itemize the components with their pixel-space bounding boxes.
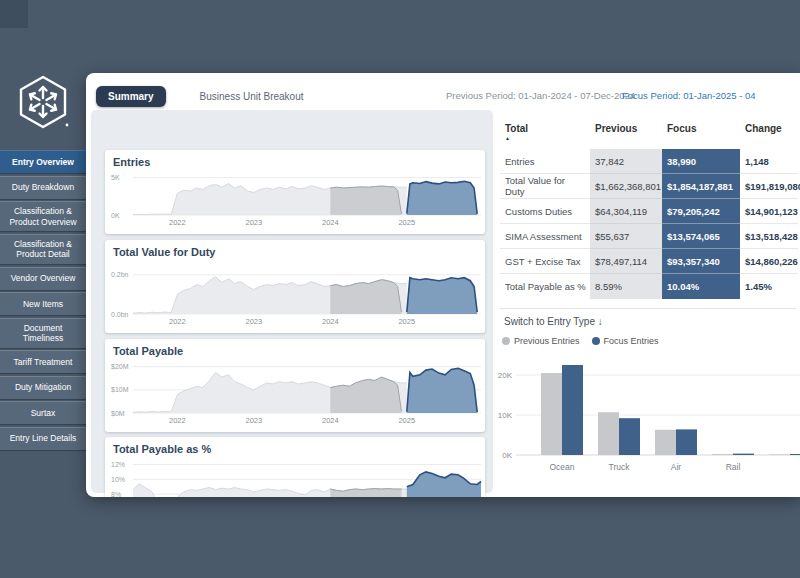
sidebar: Entry OverviewDuty BreakdownClassificati…: [0, 0, 86, 578]
svg-text:2023: 2023: [246, 416, 263, 425]
chart-title: Entries: [113, 156, 481, 168]
svg-text:2024: 2024: [322, 317, 339, 326]
sidebar-item-classification-product-overview[interactable]: Classification & Product Overview: [0, 201, 86, 231]
sidebar-item-surtax[interactable]: Surtax: [0, 401, 86, 424]
table-cell-entries-change[interactable]: 1,148: [740, 149, 798, 174]
previous-entries-dot-icon: [502, 337, 510, 345]
entry-type-bar-chart[interactable]: 0K10K20KOceanTruckAirRail: [496, 353, 800, 475]
summary-table: Total▲PreviousFocusChangeEntries37,84238…: [500, 119, 798, 299]
svg-text:20K: 20K: [498, 371, 513, 380]
table-cell-total-payable-as-total[interactable]: Total Payable as %: [500, 274, 590, 299]
table-cell-entries-focus[interactable]: 38,990: [662, 149, 740, 174]
app-logo: [15, 74, 71, 130]
focus-period-label: Focus Period: 01-Jan-2025 - 04: [622, 90, 756, 101]
table-cell-total-value-for-duty-total[interactable]: Total Value for Duty: [500, 174, 590, 199]
svg-text:2024: 2024: [322, 218, 339, 227]
previous-period-label: Previous Period: 01-Jan-2024 - 07-Dec-20…: [446, 90, 635, 101]
svg-text:2023: 2023: [246, 218, 263, 227]
entries-area-chart[interactable]: 5K0K2022202320242025: [111, 170, 483, 227]
svg-text:2025: 2025: [398, 317, 415, 326]
hexagon-arrows-logo-icon: [15, 74, 71, 130]
svg-text:Ocean: Ocean: [549, 462, 574, 472]
total-value-for-duty-area-chart[interactable]: 0.2bn0.0bn2022202320242025: [111, 260, 483, 326]
sidebar-item-duty-mitigation[interactable]: Duty Mitigation: [0, 376, 86, 399]
svg-text:0.0bn: 0.0bn: [111, 311, 129, 318]
table-cell-total-payable-as-previous[interactable]: 8.59%: [590, 274, 662, 299]
sidebar-item-classification-product-detail[interactable]: Classification & Product Detail: [0, 234, 86, 264]
svg-text:2025: 2025: [398, 218, 415, 227]
sidebar-item-new-items[interactable]: New Items: [0, 292, 86, 315]
table-cell-gst-excise-tax-change[interactable]: $14,860,226: [740, 249, 798, 274]
dashboard-window: SummaryBusiness Unit Breakout Previous P…: [86, 73, 800, 497]
entries-chart-card: Entries 5K0K2022202320242025: [105, 150, 485, 234]
table-cell-customs-duties-previous[interactable]: $64,304,119: [590, 199, 662, 224]
svg-text:12%: 12%: [111, 461, 125, 468]
total-payable-pct-area-chart[interactable]: 12%10%8%6%2022202320242025: [111, 457, 483, 497]
charts-surface: Entries 5K0K2022202320242025 Total Value…: [91, 110, 493, 493]
legend-item-focus-entries[interactable]: Focus Entries: [592, 336, 659, 346]
tab-bar: SummaryBusiness Unit Breakout: [96, 86, 316, 107]
sidebar-item-document-timeliness[interactable]: Document Timeliness: [0, 318, 86, 348]
svg-text:$10M: $10M: [111, 386, 129, 393]
table-cell-total-payable-as-change[interactable]: 1.45%: [740, 274, 798, 299]
table-cell-entries-total[interactable]: Entries: [500, 149, 590, 174]
table-header-change[interactable]: Change: [740, 119, 798, 149]
table-cell-total-value-for-duty-change[interactable]: $191,819,080: [740, 174, 798, 199]
table-cell-sima-assessment-previous[interactable]: $55,637: [590, 224, 662, 249]
svg-text:Truck: Truck: [609, 462, 631, 472]
table-header-focus[interactable]: Focus: [662, 119, 740, 149]
table-cell-total-payable-as-focus[interactable]: 10.04%: [662, 274, 740, 299]
legend-label: Focus Entries: [604, 336, 659, 346]
svg-text:Air: Air: [671, 462, 682, 472]
table-cell-gst-excise-tax-previous[interactable]: $78,497,114: [590, 249, 662, 274]
legend-item-previous-entries[interactable]: Previous Entries: [502, 336, 580, 346]
chart-title: Total Payable: [113, 345, 481, 357]
table-header-previous[interactable]: Previous: [590, 119, 662, 149]
table-cell-customs-duties-total[interactable]: Customs Duties: [500, 199, 590, 224]
tab-business-unit-breakout[interactable]: Business Unit Breakout: [188, 86, 316, 107]
sidebar-item-entry-overview[interactable]: Entry Overview: [0, 150, 86, 173]
total-payable-area-chart[interactable]: $20M$10M$0M2022202320242025: [111, 359, 483, 425]
svg-text:10%: 10%: [111, 476, 125, 483]
sidebar-item-vendor-overview[interactable]: Vendor Overview: [0, 267, 86, 290]
svg-text:10K: 10K: [498, 411, 513, 420]
table-cell-total-value-for-duty-focus[interactable]: $1,854,187,881: [662, 174, 740, 199]
svg-text:0K: 0K: [111, 212, 120, 219]
table-cell-sima-assessment-total[interactable]: SIMA Assessment: [500, 224, 590, 249]
svg-text:$20M: $20M: [111, 363, 129, 370]
svg-text:2023: 2023: [246, 317, 263, 326]
svg-text:5K: 5K: [111, 174, 120, 181]
sidebar-item-duty-breakdown[interactable]: Duty Breakdown: [0, 176, 86, 199]
chart-title: Total Payable as %: [113, 443, 481, 455]
svg-text:Rail: Rail: [726, 462, 741, 472]
tab-summary[interactable]: Summary: [96, 86, 166, 107]
bar-chart-legend: Previous EntriesFocus Entries: [502, 336, 659, 346]
svg-text:$0M: $0M: [111, 410, 125, 417]
focus-entries-dot-icon: [592, 337, 600, 345]
sort-ascending-icon: ▲: [505, 135, 510, 141]
table-cell-gst-excise-tax-focus[interactable]: $93,357,340: [662, 249, 740, 274]
sidebar-item-tariff-treatment[interactable]: Tariff Treatment: [0, 350, 86, 373]
table-cell-gst-excise-tax-total[interactable]: GST + Excise Tax: [500, 249, 590, 274]
total-value-for-duty-chart-card: Total Value for Duty 0.2bn0.0bn202220232…: [105, 240, 485, 333]
divider: [500, 308, 796, 309]
svg-text:2025: 2025: [398, 416, 415, 425]
svg-text:2024: 2024: [322, 416, 339, 425]
sidebar-item-entry-line-details[interactable]: Entry Line Details: [0, 427, 86, 450]
svg-text:8%: 8%: [111, 491, 121, 497]
svg-text:0.2bn: 0.2bn: [111, 271, 129, 278]
legend-label: Previous Entries: [514, 336, 580, 346]
switch-entry-type-label[interactable]: Switch to Entry Type ↓: [504, 316, 603, 327]
total-payable-chart-card: Total Payable $20M$10M$0M202220232024202…: [105, 339, 485, 432]
sidebar-nav: Entry OverviewDuty BreakdownClassificati…: [0, 150, 86, 450]
table-cell-entries-previous[interactable]: 37,842: [590, 149, 662, 174]
svg-text:2022: 2022: [169, 416, 186, 425]
table-cell-customs-duties-focus[interactable]: $79,205,242: [662, 199, 740, 224]
svg-text:2022: 2022: [169, 218, 186, 227]
table-header-total[interactable]: Total▲: [500, 119, 590, 149]
table-cell-customs-duties-change[interactable]: $14,901,123: [740, 199, 798, 224]
table-cell-sima-assessment-focus[interactable]: $13,574,065: [662, 224, 740, 249]
chart-title: Total Value for Duty: [113, 246, 481, 258]
table-cell-total-value-for-duty-previous[interactable]: $1,662,368,801: [590, 174, 662, 199]
table-cell-sima-assessment-change[interactable]: $13,518,428: [740, 224, 798, 249]
